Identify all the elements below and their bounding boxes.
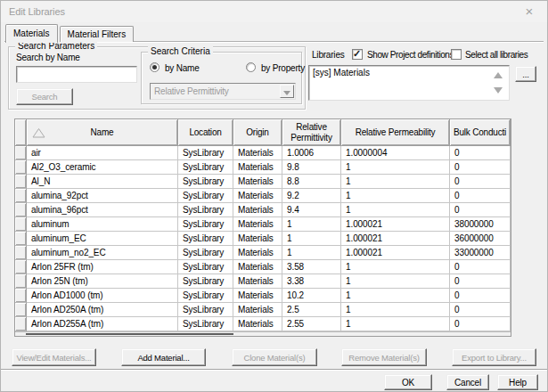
table-header: NameLocationOriginRelative PermittivityR… <box>15 119 511 146</box>
table-row-alumina-96pct[interactable]: alumina_96pctSysLibraryMaterials9.410 <box>15 203 511 217</box>
table-cell: 0 <box>450 189 511 203</box>
table-cell: Materials <box>233 160 282 175</box>
row-header-cell[interactable] <box>15 175 27 189</box>
chevron-down-icon <box>283 91 290 95</box>
table-cell: Materials <box>233 203 282 217</box>
view-edit-materials-button[interactable]: View/Edit Materials... <box>12 348 96 366</box>
help-button[interactable]: Help <box>497 374 538 390</box>
table-cell: 1 <box>341 317 450 331</box>
table-cell: 8.8 <box>282 175 341 189</box>
select-all-libraries-label[interactable]: Select all libraries <box>465 50 528 60</box>
table-row-aluminum-no2-ec[interactable]: aluminum_no2_ECSysLibraryMaterials11.000… <box>15 246 511 260</box>
table-cell: 3.38 <box>282 274 341 289</box>
row-header-cell[interactable] <box>15 189 27 203</box>
table-cell: 1.0006 <box>282 146 341 160</box>
column-header-relative-permittivity[interactable]: Relative Permittivity <box>282 119 341 146</box>
by-property-radio[interactable] <box>246 62 256 72</box>
column-header-name[interactable]: Name <box>27 119 178 146</box>
table-row-al2-o3-ceramic[interactable]: Al2_O3_ceramicSysLibraryMaterials9.810 <box>15 160 511 175</box>
column-header-label: Name <box>91 127 114 138</box>
column-header-origin[interactable]: Origin <box>233 119 282 146</box>
by-name-radio-label[interactable]: by Name <box>165 63 200 73</box>
search-criteria-group: Search Criteria by Name by Property Rela… <box>141 52 302 104</box>
table-row-arlon-25fr-tm-[interactable]: Arlon 25FR (tm)SysLibraryMaterials3.5810 <box>15 260 511 274</box>
table-row-arlon-25n-tm-[interactable]: Arlon 25N (tm)SysLibraryMaterials3.3810 <box>15 274 511 289</box>
row-header-cell[interactable] <box>15 274 27 289</box>
table-cell: Arlon AD1000 (tm) <box>27 289 178 303</box>
scroll-up-icon[interactable] <box>494 72 503 78</box>
row-header-cell[interactable] <box>15 289 27 303</box>
scroll-down-icon[interactable] <box>494 87 503 94</box>
search-name-input[interactable] <box>16 66 137 83</box>
search-button[interactable]: Search <box>16 88 73 105</box>
add-material-button[interactable]: Add Material... <box>121 348 206 366</box>
table-cell: Arlon AD255A (tm) <box>27 317 178 331</box>
table-cell: 0 <box>450 175 511 189</box>
row-header-cell[interactable] <box>15 232 27 246</box>
row-header-cell[interactable] <box>15 217 27 232</box>
cancel-button[interactable]: Cancel <box>446 374 489 390</box>
column-header-label: Relative Permittivity <box>284 122 339 143</box>
table-cell: SysLibrary <box>178 189 233 203</box>
table-cell: Materials <box>233 232 282 246</box>
clone-material-button[interactable]: Clone Material(s) <box>232 348 317 366</box>
table-cell: SysLibrary <box>178 246 233 260</box>
column-header-bulk-conducti[interactable]: Bulk Conducti <box>450 119 511 146</box>
property-select[interactable]: Relative Permittivity <box>150 83 296 100</box>
table-cell: 1 <box>282 217 341 232</box>
horizontal-scrollbar[interactable] <box>15 331 511 336</box>
close-icon[interactable]: × <box>521 4 537 20</box>
table-cell: SysLibrary <box>178 160 233 175</box>
row-header-cell[interactable] <box>15 317 27 331</box>
browse-libraries-button[interactable]: ... <box>515 66 536 82</box>
table-row-arlon-ad255a-tm-[interactable]: Arlon AD255A (tm)SysLibraryMaterials2.55… <box>15 317 511 331</box>
table-cell: SysLibrary <box>178 274 233 289</box>
dialog-title: Edit Libraries <box>9 6 65 17</box>
table-corner-cell[interactable] <box>15 119 27 146</box>
table-row-arlon-ad1000-tm-[interactable]: Arlon AD1000 (tm)SysLibraryMaterials10.2… <box>15 289 511 303</box>
table-cell: SysLibrary <box>178 260 233 274</box>
show-project-definitions-checkbox[interactable]: ✓ <box>352 49 363 60</box>
table-cell: 36000000 <box>450 232 511 246</box>
remove-material-button[interactable]: Remove Material(s) <box>341 348 427 366</box>
table-cell: 9.2 <box>282 189 341 203</box>
row-header-cell[interactable] <box>15 160 27 175</box>
export-to-library-button[interactable]: Export to Library... <box>452 348 536 366</box>
table-row-air[interactable]: airSysLibraryMaterials1.00061.00000040 <box>15 146 511 160</box>
table-row-alumina-92pct[interactable]: alumina_92pctSysLibraryMaterials9.210 <box>15 189 511 203</box>
table-cell: SysLibrary <box>178 146 233 160</box>
search-criteria-group-label: Search Criteria <box>148 46 213 56</box>
table-cell: 1 <box>341 175 450 189</box>
column-header-relative-permeability[interactable]: Relative Permeability <box>341 119 450 146</box>
horizontal-scrollbar-thumb[interactable] <box>26 333 233 335</box>
table-cell: 9.4 <box>282 203 341 217</box>
table-row-aluminum-ec[interactable]: aluminum_ECSysLibraryMaterials11.0000213… <box>15 232 511 246</box>
row-header-cell[interactable] <box>15 246 27 260</box>
row-header-cell[interactable] <box>15 203 27 217</box>
table-row-aluminum[interactable]: aluminumSysLibraryMaterials11.0000213800… <box>15 217 511 232</box>
table-row-al-n[interactable]: Al_NSysLibraryMaterials8.810 <box>15 175 511 189</box>
table-cell: Arlon 25N (tm) <box>27 274 178 289</box>
row-header-cell[interactable] <box>15 146 27 160</box>
row-header-cell[interactable] <box>15 260 27 274</box>
table-cell: Materials <box>233 303 282 317</box>
column-header-label: Relative Permeability <box>356 127 436 138</box>
table-cell: Materials <box>233 246 282 260</box>
show-project-definitions-label[interactable]: Show Project definitions <box>367 50 454 60</box>
table-cell: SysLibrary <box>178 203 233 217</box>
ok-button[interactable]: OK <box>384 374 432 390</box>
combo-arrow-button[interactable] <box>280 85 294 98</box>
row-header-cell[interactable] <box>15 303 27 317</box>
column-header-location[interactable]: Location <box>178 119 233 146</box>
tab-material-filters[interactable]: Material Filters <box>60 26 135 42</box>
by-name-radio[interactable] <box>150 62 159 72</box>
libraries-list[interactable]: [sys] Materials <box>308 65 510 101</box>
by-property-radio-label[interactable]: by Property <box>261 63 305 73</box>
library-list-item[interactable]: [sys] Materials <box>309 66 509 78</box>
table-row-arlon-ad250a-tm-[interactable]: Arlon AD250A (tm)SysLibraryMaterials2.51… <box>15 303 511 317</box>
table-cell: 1 <box>341 189 450 203</box>
tab-materials[interactable]: Materials <box>5 24 58 43</box>
table-cell: SysLibrary <box>178 217 233 232</box>
select-all-libraries-checkbox[interactable]: ✓ <box>451 49 462 60</box>
table-cell: air <box>27 146 178 160</box>
